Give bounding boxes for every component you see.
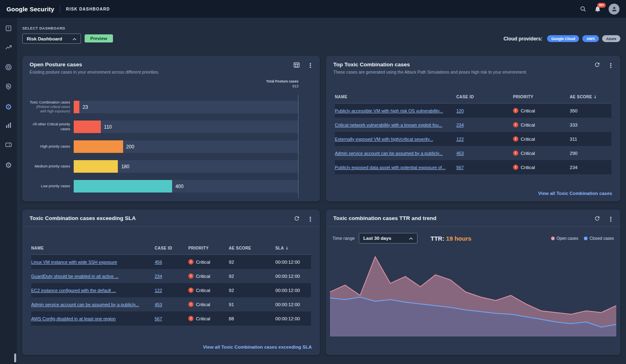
view-all-sla-link[interactable]: View all Toxic Combination cases exceedi… <box>203 345 312 349</box>
more-options-icon[interactable]: ⋮ <box>307 216 313 222</box>
bar-segment[interactable] <box>74 140 123 153</box>
case-id-link[interactable]: 234 <box>155 274 162 279</box>
column-header-ae-score[interactable]: AE SCORE↓ <box>570 95 611 99</box>
case-name-link[interactable]: AWS Config disabled in at least one regi… <box>31 316 116 321</box>
bar-track: 400 <box>74 180 298 193</box>
radar-icon <box>5 63 12 72</box>
priority-cell: !Critical <box>188 316 229 321</box>
case_id-cell: 456 <box>155 260 188 265</box>
view-all-toxic-link[interactable]: View all Toxic Combination cases <box>538 191 612 196</box>
critical-priority-icon: ! <box>513 108 518 113</box>
sidebar-item-radar[interactable] <box>0 58 17 78</box>
column-header-name[interactable]: NAME <box>31 246 155 250</box>
sidebar-item-settings[interactable]: ⚙ <box>0 155 17 175</box>
cloud-provider-pill-azure[interactable]: Azure <box>602 35 620 42</box>
bar-segment[interactable] <box>74 180 172 193</box>
bar-value-label: 200 <box>126 144 134 150</box>
table-row: EC2 instance configured with the default… <box>31 283 311 297</box>
top-toxic-card: Top Toxic Combination cases These cases … <box>326 56 620 201</box>
column-header-priority[interactable]: PRIORITY <box>188 246 229 250</box>
column-header-sla[interactable]: SLA↓ <box>275 246 311 250</box>
refresh-icon[interactable] <box>594 61 600 70</box>
priority-cell: !Critical <box>513 150 570 156</box>
bar-segment[interactable] <box>74 121 101 133</box>
case-name-link[interactable]: EC2 instance configured with the default… <box>31 288 116 293</box>
bar-track: 110 <box>74 121 298 133</box>
user-avatar[interactable] <box>609 4 620 15</box>
app-logo[interactable]: Google Security <box>6 6 54 13</box>
legend-item[interactable]: Open cases <box>551 236 578 241</box>
chevron-up-icon <box>72 36 77 41</box>
case-id-link[interactable]: 456 <box>155 260 162 265</box>
sidebar-item-posture[interactable] <box>0 78 17 97</box>
case-name-link[interactable]: GuardDuty should be enabled in all activ… <box>31 274 119 279</box>
column-header-case-id[interactable]: CASE ID <box>456 95 513 99</box>
preview-button[interactable]: Preview <box>85 34 113 42</box>
more-options-icon[interactable]: ⋮ <box>608 63 614 69</box>
critical-priority-icon: ! <box>188 273 194 279</box>
notifications-bell-icon[interactable]: 99+ <box>594 5 601 13</box>
column-header-case-id[interactable]: CASE ID <box>155 246 188 250</box>
bar-segment[interactable] <box>74 101 79 113</box>
refresh-icon[interactable] <box>594 215 600 223</box>
column-header-name[interactable]: NAME <box>335 95 456 99</box>
bar-segment[interactable] <box>74 160 118 173</box>
case-name-link[interactable]: Externally exposed VM with high/critical… <box>335 137 433 142</box>
scrollbar-thumb[interactable] <box>14 353 16 362</box>
case-id-link[interactable]: 122 <box>456 137 464 142</box>
case-name-link[interactable]: Admin service account can be assumed by … <box>31 302 139 307</box>
sidebar-item-tickets[interactable] <box>0 136 17 155</box>
bar-row: Low priority cases400 <box>30 176 298 196</box>
services-gear-icon: ⚙ <box>5 103 12 111</box>
case-id-link[interactable]: 567 <box>155 316 162 321</box>
case-name-link[interactable]: Admin service account can be assumed by … <box>335 151 443 156</box>
table-view-icon[interactable] <box>293 61 300 70</box>
priority-label: Critical <box>196 274 210 279</box>
score-cell: 92 <box>229 260 275 265</box>
top-toxic-table: NAMECASE IDPRIORITYAE SCORE↓Publicly acc… <box>335 91 611 174</box>
more-options-icon[interactable]: ⋮ <box>307 63 313 69</box>
table-row: Publicly accessible VM with high risk OS… <box>335 104 611 118</box>
case_id-cell: 122 <box>456 137 513 142</box>
score-cell: 333 <box>570 123 611 127</box>
score-cell: 91 <box>229 302 275 307</box>
dashboard-select[interactable]: Risk Dashboard <box>22 34 81 44</box>
dashboard-select-value: Risk Dashboard <box>27 36 62 41</box>
search-icon[interactable] <box>579 5 587 13</box>
more-options-icon[interactable]: ⋮ <box>608 216 614 222</box>
case-id-link[interactable]: 453 <box>155 302 162 307</box>
cloud-provider-pill-google-cloud[interactable]: Google Cloud <box>547 35 579 42</box>
priority-label: Critical <box>196 316 210 321</box>
sidebar-item-services[interactable]: ⚙ <box>0 97 17 116</box>
time-range-value: Last 30 days <box>363 236 391 241</box>
case-id-link[interactable]: 122 <box>155 288 162 293</box>
sidebar-item-trends[interactable] <box>0 39 17 58</box>
topbar: Google Security RISK DASHBOARD 99+ <box>0 0 626 18</box>
name-cell: Critical network vulnerability with a kn… <box>335 123 456 127</box>
case_id-cell: 120 <box>456 108 513 113</box>
case-name-link[interactable]: Publicly exposed data asset with potenti… <box>335 165 445 170</box>
critical-priority-icon: ! <box>188 302 194 307</box>
refresh-icon[interactable] <box>294 215 300 223</box>
table-header-row: NAMECASE IDPRIORITYAE SCORESLA↓ <box>31 242 311 255</box>
bar-row: Medium priority cases180 <box>30 157 298 176</box>
sidebar-item-cases[interactable] <box>0 19 17 39</box>
bar-track: 180 <box>74 160 298 173</box>
case-id-link[interactable]: 453 <box>456 151 464 156</box>
case-id-link[interactable]: 120 <box>456 108 464 113</box>
score-cell: 311 <box>570 137 611 142</box>
column-header-priority[interactable]: PRIORITY <box>513 95 570 99</box>
name-cell: GuardDuty should be enabled in all activ… <box>31 274 155 279</box>
legend-item[interactable]: Closed cases <box>584 236 614 241</box>
sidebar-item-dashboards[interactable] <box>0 116 17 136</box>
case-name-link[interactable]: Linux VM instance with wide SSH exposure <box>31 260 117 265</box>
cloud-provider-pill-aws[interactable]: AWS <box>582 35 599 42</box>
ttr-value: 19 hours <box>446 235 472 242</box>
case-id-link[interactable]: 567 <box>456 165 464 170</box>
open-posture-card: Open Posture cases Existing posture case… <box>22 56 320 201</box>
time-range-select[interactable]: Last 30 days <box>359 233 417 243</box>
case-name-link[interactable]: Publicly accessible VM with high risk OS… <box>335 108 443 113</box>
case-id-link[interactable]: 234 <box>456 123 464 127</box>
column-header-ae-score[interactable]: AE SCORE <box>229 246 275 250</box>
case-name-link[interactable]: Critical network vulnerability with a kn… <box>335 123 442 127</box>
